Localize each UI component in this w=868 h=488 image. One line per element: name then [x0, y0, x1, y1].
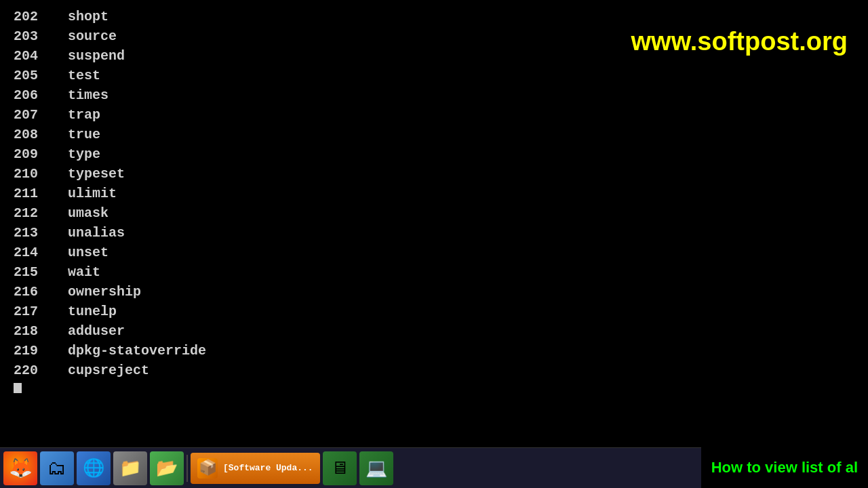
taskbar: 🦊 🗂 🌐 📁 📂 📦 [Software Upda... 🖥 💻 How to… [0, 447, 868, 488]
line-command: true [68, 125, 100, 144]
line-command: ownership [68, 282, 141, 302]
taskbar-icon-folder-green[interactable]: 📂 [150, 451, 184, 485]
taskbar-icon-terminal-green[interactable]: 🖥 [323, 451, 357, 485]
table-row: 216ownership [14, 282, 854, 302]
line-number: 208 [14, 125, 68, 144]
line-command: wait [68, 262, 100, 282]
line-number: 202 [14, 7, 68, 26]
line-command: shopt [68, 7, 108, 26]
terminal-content: 202shopt203source204suspend205test206tim… [14, 7, 854, 380]
table-row: 206times [14, 85, 854, 105]
line-number: 209 [14, 144, 68, 164]
line-number: 215 [14, 262, 68, 282]
table-row: 219dpkg-statoverride [14, 341, 854, 361]
line-number: 204 [14, 46, 68, 66]
line-command: unalias [68, 223, 125, 243]
taskbar-tip: How to view list of al [701, 447, 868, 488]
taskbar-icon-terminal-dark[interactable]: 💻 [359, 451, 393, 485]
line-command: type [68, 144, 100, 164]
table-row: 220cupsreject [14, 361, 854, 380]
line-command: adduser [68, 321, 125, 341]
cursor-line [14, 383, 854, 393]
taskbar-app-icon: 📦 [197, 458, 218, 479]
line-number: 220 [14, 361, 68, 380]
line-number: 207 [14, 105, 68, 125]
taskbar-icon-firefox[interactable]: 🦊 [3, 451, 37, 485]
line-command: suspend [68, 46, 125, 66]
line-number: 206 [14, 85, 68, 105]
line-command: test [68, 66, 100, 85]
table-row: 217tunelp [14, 302, 854, 321]
line-number: 212 [14, 203, 68, 223]
line-command: trap [68, 105, 100, 125]
line-number: 211 [14, 184, 68, 203]
line-number: 216 [14, 282, 68, 302]
line-command: source [68, 26, 117, 46]
taskbar-icon-folder-blue[interactable]: 🗂 [40, 451, 74, 485]
line-number: 210 [14, 164, 68, 184]
table-row: 209type [14, 144, 854, 164]
line-number: 219 [14, 341, 68, 361]
taskbar-icon-globe[interactable]: 🌐 [77, 451, 111, 485]
table-row: 213unalias [14, 223, 854, 243]
table-row: 208true [14, 125, 854, 144]
line-command: ulimit [68, 184, 117, 203]
line-command: tunelp [68, 302, 117, 321]
taskbar-separator [186, 455, 188, 482]
table-row: 214unset [14, 243, 854, 262]
line-number: 205 [14, 66, 68, 85]
table-row: 210typeset [14, 164, 854, 184]
line-command: cupsreject [68, 361, 149, 380]
table-row: 211ulimit [14, 184, 854, 203]
table-row: 207trap [14, 105, 854, 125]
table-row: 218adduser [14, 321, 854, 341]
taskbar-tip-text: How to view list of al [711, 459, 858, 476]
watermark: www.softpost.org [631, 27, 848, 56]
line-command: typeset [68, 164, 125, 184]
cursor-block [14, 383, 22, 393]
line-command: dpkg-statoverride [68, 341, 206, 361]
line-command: umask [68, 203, 108, 223]
line-command: unset [68, 243, 108, 262]
table-row: 205test [14, 66, 854, 85]
line-number: 214 [14, 243, 68, 262]
table-row: 215wait [14, 262, 854, 282]
taskbar-app-software-update[interactable]: 📦 [Software Upda... [191, 453, 320, 484]
table-row: 212umask [14, 203, 854, 223]
line-number: 213 [14, 223, 68, 243]
table-row: 202shopt [14, 7, 854, 26]
line-number: 203 [14, 26, 68, 46]
taskbar-app-label: [Software Upda... [223, 463, 313, 473]
terminal-area: www.softpost.org 202shopt203source204sus… [0, 0, 868, 393]
line-number: 217 [14, 302, 68, 321]
taskbar-icon-folder-gray[interactable]: 📁 [113, 451, 147, 485]
line-number: 218 [14, 321, 68, 341]
line-command: times [68, 85, 108, 105]
